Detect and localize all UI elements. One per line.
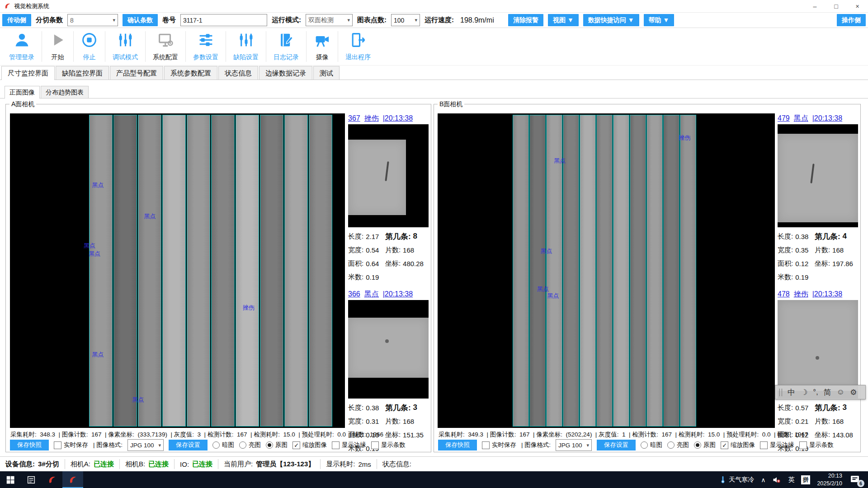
roll-number-input[interactable]: 3117-1: [180, 14, 267, 26]
subtab-2[interactable]: 分布趋势图表: [41, 86, 89, 98]
ribbon-button-sliders-v[interactable]: 缺陷设置: [226, 31, 266, 62]
checkbox-显示条数[interactable]: 显示条数: [371, 441, 406, 449]
close-button[interactable]: ×: [847, 0, 868, 12]
stat-label: 长度:: [348, 404, 363, 412]
stat: 宽度:0.31: [348, 414, 385, 428]
taskbar-app-icon[interactable]: [42, 471, 62, 488]
tab-3[interactable]: 产品型号配置: [110, 66, 163, 80]
checkbox-显示边缘[interactable]: 显示边缘: [332, 441, 366, 449]
app-logo-icon: [4, 2, 11, 10]
slit-count-select[interactable]: 8 ▾: [67, 14, 118, 26]
checkbox-显示条数[interactable]: 显示条数: [799, 441, 834, 449]
film-strip: [236, 115, 259, 427]
stat: 第几条:4: [815, 230, 858, 243]
ribbon-button-camera[interactable]: 摄像: [307, 31, 338, 62]
chart-points-select[interactable]: 100 ▾: [391, 14, 420, 26]
stat-label: 坐标:: [815, 431, 830, 439]
minimize-button[interactable]: –: [804, 0, 826, 12]
ribbon-button-user[interactable]: 管理登录: [2, 31, 42, 62]
tab-6[interactable]: 边缘数据记录: [259, 66, 312, 80]
radio-原图[interactable]: 原图: [266, 441, 288, 449]
display-time-label: 显示耗时:: [326, 460, 355, 469]
defect-card-header: 478挫伤|20:13:38: [778, 288, 858, 300]
run-mode-select[interactable]: 双面检测 ▾: [306, 14, 353, 26]
view-menu-button[interactable]: 视图 ▼: [548, 14, 579, 26]
ime-drag-handle[interactable]: [779, 389, 782, 396]
notification-center-button[interactable]: 6: [849, 474, 863, 486]
radio-亮图[interactable]: 亮图: [667, 441, 689, 449]
film-strip: [138, 115, 161, 427]
defect-mark: [816, 356, 819, 360]
start-button[interactable]: [0, 471, 21, 488]
defect-overlay-label: 黑点: [554, 157, 566, 165]
ribbon-button-log[interactable]: 日志记录: [266, 31, 307, 62]
tab-5[interactable]: 状态信息: [218, 66, 258, 80]
io-status: IO: 已连接: [175, 459, 218, 469]
data-quick-access-button[interactable]: 数据快捷访问 ▼: [583, 14, 639, 26]
tray-expand-chevron[interactable]: ∧: [761, 476, 765, 483]
tab-4[interactable]: 系统参数配置: [164, 66, 217, 80]
image-format-select[interactable]: JPG 100▾: [556, 439, 592, 451]
task-view-button[interactable]: [21, 471, 42, 488]
emoji-icon[interactable]: ☺: [837, 388, 844, 397]
clear-alarm-button[interactable]: 清除报警: [508, 14, 543, 26]
ribbon-button-sliders-v[interactable]: 调试模式: [105, 31, 146, 62]
stat-value: 168: [832, 246, 844, 254]
language-indicator[interactable]: 英: [788, 476, 794, 484]
ribbon-button-play[interactable]: 开始: [42, 31, 74, 62]
save-snapshot-button[interactable]: 保存快照: [10, 440, 49, 450]
stat: 片数:168: [385, 414, 429, 428]
operate-side-button[interactable]: 操作侧: [837, 14, 866, 26]
stat-value: 0.54: [366, 246, 379, 254]
realtime-save-checkbox[interactable]: 实时保存: [54, 441, 88, 449]
taskbar-clock[interactable]: 20:13 2025/2/10: [817, 472, 842, 487]
tab-2[interactable]: 缺陷监控界面: [56, 66, 109, 80]
ribbon-button-sliders-h[interactable]: 参数设置: [186, 31, 226, 62]
tab-7[interactable]: 测试: [313, 66, 340, 80]
weather-widget[interactable]: 天气寒冷: [719, 476, 754, 484]
stat-value: 0.12: [795, 260, 808, 267]
stat: 米数:0.19: [348, 270, 385, 284]
checkbox-显示边缘[interactable]: 显示边缘: [760, 441, 794, 449]
speaker-muted-icon[interactable]: [772, 475, 781, 484]
defect-type: 挫伤: [364, 114, 379, 123]
save-snapshot-button[interactable]: 保存快照: [438, 440, 477, 450]
ribbon-button-monitor-gear[interactable]: 系统配置: [146, 31, 186, 62]
drive-side-button[interactable]: 传动侧: [2, 14, 31, 26]
stat: 长度:0.38: [778, 230, 815, 243]
roll-number-label: 卷号: [162, 16, 176, 24]
defect-card-header: 366黑点|20:13:38: [348, 288, 429, 300]
radio-亮图[interactable]: 亮图: [239, 441, 261, 449]
stat-value: 8: [413, 232, 417, 241]
ribbon-button-exit[interactable]: 退出程序: [338, 31, 378, 62]
radio-icon: [667, 441, 675, 449]
ime-punctuation-toggle[interactable]: °,: [813, 388, 818, 397]
defect-overlay-label: 黑点: [132, 396, 144, 404]
chevron-down-icon: ▾: [415, 17, 417, 23]
realtime-save-checkbox[interactable]: 实时保存: [482, 441, 516, 449]
image-format-select[interactable]: JPG 100▾: [127, 439, 164, 451]
camera-icon: [314, 32, 330, 50]
radio-原图[interactable]: 原图: [694, 441, 716, 449]
taskbar-app-icon-active[interactable]: [62, 471, 83, 488]
radio-暗图[interactable]: 暗图: [212, 441, 234, 449]
ime-mode-indicator[interactable]: 拼: [801, 475, 810, 484]
moon-icon[interactable]: ☽: [801, 388, 807, 397]
ribbon-button-stop[interactable]: 停止: [74, 31, 105, 62]
save-settings-button[interactable]: 保存设置: [597, 440, 636, 450]
subtab-1[interactable]: 正面图像: [5, 86, 40, 99]
radio-暗图[interactable]: 暗图: [641, 441, 662, 449]
ribbon-button-label: 参数设置: [193, 53, 218, 61]
radio-icon: [212, 441, 220, 449]
confirm-count-button[interactable]: 确认条数: [123, 14, 158, 26]
gear-icon[interactable]: ⚙: [850, 388, 857, 397]
window-controls: – □ ×: [804, 0, 868, 12]
maximize-button[interactable]: □: [826, 0, 847, 12]
checkbox-缩放图像[interactable]: ✓缩放图像: [721, 441, 755, 449]
save-settings-button[interactable]: 保存设置: [169, 440, 208, 450]
checkbox-缩放图像[interactable]: ✓缩放图像: [292, 441, 327, 449]
ime-simplified-toggle[interactable]: 简: [824, 387, 831, 398]
ime-chinese-toggle[interactable]: 中: [788, 387, 795, 398]
help-menu-button[interactable]: 帮助 ▼: [644, 14, 675, 26]
tab-1[interactable]: 尺寸监控界面: [1, 66, 55, 80]
